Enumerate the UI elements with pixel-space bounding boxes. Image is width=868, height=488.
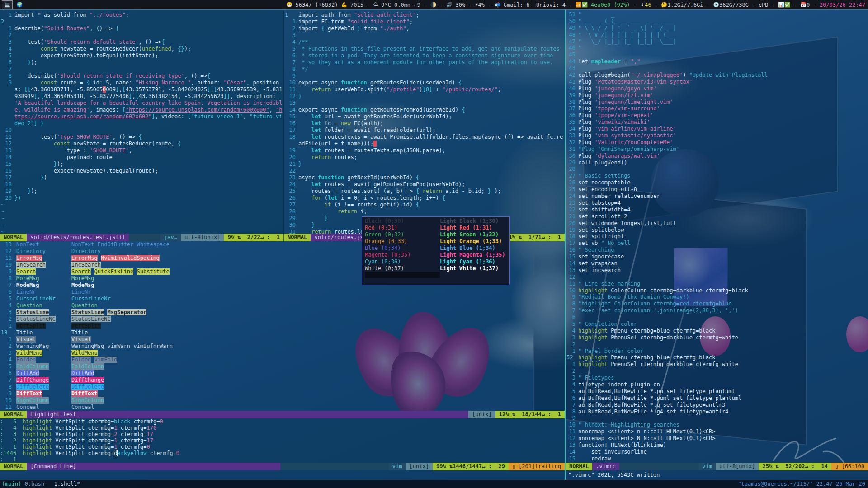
code-line: : 2highlight VertSplit ctermbg=1 ctermfg… (0, 437, 565, 444)
code-line: 36Plug 'tpope/vim-repeat' (566, 112, 868, 119)
highlight-group-row: 1VisualVisual (0, 336, 565, 343)
workspace-button-terminal[interactable]: 💻 (2, 0, 13, 9)
filename: solid/tests/routes.test.js[+] (27, 234, 129, 241)
code-line: 38Plug 'junegunn/limelight.vim' (566, 99, 868, 106)
color-test-panel[interactable]: Black (0;30)Light Black (1;30)Red (0;31)… (362, 216, 510, 285)
code-line: 29call plug#end() (566, 160, 868, 166)
status-module-icon: 💿 (713, 2, 719, 8)
code-line: 4filetype indent plugin on (566, 381, 868, 388)
status-module-icon: 🌓 (430, 2, 437, 8)
encoding-indicator: utf-8[unix] (181, 234, 224, 241)
code-line: 52highlight Pmenu ctermbg=blue ctermfg=b… (566, 354, 868, 361)
code-line: 13 type : 'SHOW_ROUTE', (0, 147, 283, 154)
top-status-bar: 💻 🌍 😷 56347 (+6832) 💪 7015 · 🌤 9°C 0.0mm… (0, 0, 868, 9)
code-line: 1highlight PmenuSel ctermbg=darkblue cte… (566, 361, 868, 368)
status-module-text: Gmail: 6 Uniovi: 4 · (504, 2, 576, 8)
status-module-text: 0 · (807, 2, 820, 8)
code-line: 12 const newState = routesReducer(route,… (0, 141, 283, 147)
statusline-highlight-test: NORMAL Highlight test [unix] 12% ⇅ 18/14… (0, 411, 565, 418)
status-module-icon: ✅ (581, 2, 590, 8)
code-line: 14set wrapscan (566, 260, 868, 267)
workspace-button-web[interactable]: 🌍 (14, 1, 24, 9)
code-line: 13 (284, 100, 565, 107)
code-line: 15 redraw (566, 455, 868, 462)
code-line: 2 (0, 19, 283, 25)
editor-window-routes[interactable]: 1import auth from "solid-auth-client"; 1… (284, 10, 565, 235)
status-module-text: 20/03/26 22:47 (820, 2, 865, 8)
code-line: 21set scrolloff=2 (566, 213, 868, 220)
code-line: 12} (284, 93, 565, 100)
status-module-text: 4ea0e0 (92%) (591, 2, 630, 8)
color-test-row: White (0;37)Light White (1;37) (365, 265, 507, 272)
code-line: 4highlight Pmenu ctermbg=blue ctermfg=bl… (566, 328, 868, 334)
code-line: 40Plug 'junegunn/goyo.vim' (566, 85, 868, 92)
code-line: 42call plug#begin('~/.vim/plugged') "Upd… (566, 72, 868, 79)
code-line: 10 (0, 127, 283, 134)
desktop: 💻 🌍 😷 56347 (+6832) 💪 7015 · 🌤 9°C 0.0mm… (0, 0, 868, 488)
status-module-text: 7015 · (350, 2, 373, 8)
code-line: 6au BufRead,BufNewFile *.puml set filety… (566, 395, 868, 402)
code-line: 8"highlight ColorColumn ctermbg=red cter… (566, 300, 868, 307)
code-line: 50" __ _(_)_ __ ___ _ __ ___ (566, 18, 868, 25)
code-line: 19 }); (0, 188, 283, 195)
status-module-icon: 📶 (576, 2, 582, 8)
code-line: 9 const route = { id: 5, name: "Hiking N… (0, 80, 283, 127)
code-line: 18 (0, 181, 283, 188)
code-line: 15 }); (0, 161, 283, 168)
code-line: 44let mapleader = "," (566, 58, 868, 65)
code-line: ~ (0, 222, 283, 229)
highlight-group-row: 6LineNrLineNr (0, 289, 565, 296)
code-line: 9"Redjail Bomb (thx Damian Conway!) (566, 294, 868, 300)
color-test-row: Green (0;32)Light Green (1;32) (365, 231, 507, 238)
code-line: 21} (284, 161, 565, 168)
filetype-indicator: jav… (160, 234, 181, 241)
code-line: 18set splitright (566, 233, 868, 240)
code-line: 48" \ V /| | | | | | | | | (__ (566, 32, 868, 38)
code-line: 2 (566, 341, 868, 348)
fileformat-indicator: [unix] (468, 411, 495, 418)
highlight-group-row: 5FoldColumnFoldColumn (0, 363, 565, 370)
code-line: 3" Filetypes (566, 375, 868, 381)
highlight-group-row: 7DiffChangeDiffChange (0, 377, 565, 384)
mode-indicator: NORMAL (0, 234, 27, 241)
tmux-window-tab-shell[interactable]: 1:shell* (51, 481, 83, 487)
mode-indicator: NORMAL (566, 463, 592, 470)
highlight-group-row: 8DiffDeleteDiffDelete (0, 384, 565, 390)
highlight-group-row: 2WarningMsgWarningMsg vimWarn vimBufnrWa… (0, 343, 565, 350)
code-line: 4/** (284, 39, 565, 46)
code-line: 19 let routes = routesTexts.map(JSON.par… (284, 147, 565, 154)
code-line: 49" \ \ / / | '_ ` _ \| '__/ __| (566, 25, 868, 32)
color-test-row: Red (0;31)Light Red (1;31) (365, 225, 507, 231)
code-line: 24 let routes = await getRoutesFromPod(u… (284, 181, 565, 188)
code-line: 19set splitbelow (566, 227, 868, 234)
command-line-window[interactable]: : 5highlight VertSplit ctermbg=black cte… (0, 418, 565, 463)
status-module-icon: 📊 (778, 2, 784, 8)
code-line: 5 expect(newState).toEqual(initState); (0, 52, 283, 59)
highlight-group-row: 18TitleTitle (0, 329, 565, 336)
code-line: 3highlight PmenuSel ctermbg=darkblue cte… (566, 334, 868, 341)
status-module-text: · (436, 2, 446, 8)
encoding-indicator: utf-8[unix] (716, 463, 759, 470)
code-line: 1" Panel border color (566, 348, 868, 355)
code-line: 1import * as solid from "../routes"; (0, 12, 283, 19)
code-line: 10" hlnext: Highlighting searches (566, 422, 868, 428)
tmux-host-clock: "taamas@Quercus:~/IIS/" 22:47 26-Mar-20 (738, 481, 868, 487)
editor-window-routes-test[interactable]: 1import * as solid from "../routes";2 1d… (0, 10, 283, 235)
code-line: 34Plug 'vim-airline/vim-airline' (566, 126, 868, 132)
status-module-icon: 🤔 (661, 2, 667, 8)
mode-indicator: NORMAL (0, 463, 27, 470)
code-line: 26 for (let i = 0; i < routes.length; i+… (284, 195, 565, 202)
code-line: 23async function getNextId(userWebId) { (284, 174, 565, 181)
code-line: 22set shiftwidth=4 (566, 206, 868, 213)
code-line: 27" Basic settings (566, 173, 868, 179)
tmux-pane-divider[interactable] (565, 10, 566, 480)
code-line: : 4highlight VertSplit ctermbg=1 ctermfg… (0, 425, 565, 431)
editor-window-vimrc[interactable]: 51" _50" __ _(_)_ __ ___ _ __ ___49" \ \… (566, 10, 868, 464)
code-line: : 3highlight VertSplit ctermbg=2 ctermfg… (0, 431, 565, 437)
tmux-window-tab-bash[interactable]: 0:bash- (21, 481, 51, 487)
highlight-group-row: 11ConcealConceal (0, 404, 565, 411)
highlight-group-row: 1VertSplitVertSplit (0, 323, 565, 329)
code-line: 5au BufRead,BufNewFile *.pu set filetype… (566, 388, 868, 395)
code-line: 5 * Functions in this file present an in… (284, 46, 565, 52)
code-line: : 5highlight VertSplit ctermbg=black cte… (0, 418, 565, 425)
